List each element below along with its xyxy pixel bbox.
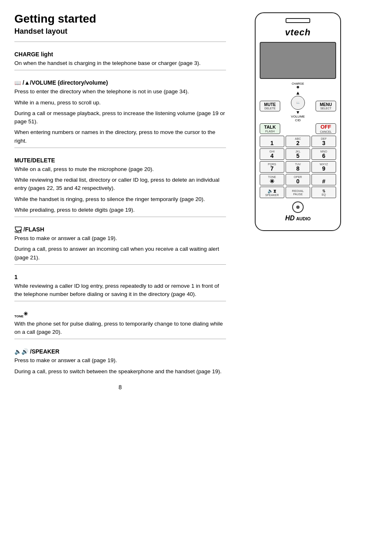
section-talk-flash: TALK /FLASH Press to make or answer a ca…	[14, 217, 226, 262]
key-0[interactable]: OPER 0	[286, 174, 310, 185]
charge-light-label: CHARGE light	[14, 51, 226, 58]
charge-light-text: On when the handset is charging in the t…	[14, 59, 226, 67]
section-mute-delete: MUTE/DELETE While on a call, press to mu…	[14, 148, 226, 214]
section-one: 1 While reviewing a caller ID log entry,…	[14, 264, 226, 299]
num-row-4: TONE ✳ OPER 0 #	[260, 174, 336, 185]
nav-down-arrow[interactable]: ▼	[296, 110, 300, 115]
page-number: 8	[14, 384, 226, 391]
page-title: Getting started	[14, 12, 226, 25]
talk-text-1: Press to make or answer a call (page 19)…	[14, 234, 226, 243]
directory-icon: 📖	[14, 80, 21, 86]
num-row-3: PQRS 7 TUV 8 WXYZ 9	[260, 161, 336, 173]
tone-star-icon: TONE✳	[14, 311, 28, 317]
phone-diagram: vtech CHARGE MUTE DELETE ▲ 📖 ▼	[238, 0, 357, 550]
key-8[interactable]: TUV 8	[286, 161, 310, 173]
audio-text: AUDIO	[296, 216, 311, 221]
content-area: Getting started Handset layout CHARGE li…	[0, 0, 238, 550]
cid-label-text: CID	[295, 118, 301, 122]
hd-audio-label: HD AUDIO	[260, 215, 336, 222]
talk-off-row: TALK FLASH OFF CANCEL	[260, 123, 336, 134]
speaker-circle	[292, 201, 304, 213]
phone-screen	[260, 42, 336, 79]
eq-icon: ⇅	[322, 189, 325, 193]
talk-flash-button[interactable]: TALK FLASH	[260, 123, 280, 134]
charge-label: CHARGE	[292, 82, 304, 85]
volume-label-text: VOLUME	[291, 115, 305, 118]
redial-pause-button[interactable]: REDIAL PAUSE	[286, 187, 310, 198]
talk-text-2: During a call, press to answer an incomi…	[14, 245, 226, 262]
speaker-icon: 🔈🔊	[14, 348, 28, 355]
one-label: 1	[14, 274, 226, 280]
mute-delete-label: MUTE/DELETE	[14, 157, 226, 164]
nav-row-top: MUTE DELETE ▲ 📖 ▼ VOLUME CID MENU SELECT	[260, 90, 336, 122]
key-9[interactable]: WXYZ 9	[311, 161, 336, 173]
tone-star-label: TONE✳	[14, 310, 226, 318]
mute-text-1: While on a call, press to mute the micro…	[14, 165, 226, 173]
numpad: 1 ABC 2 DEF 3 GHI 4 JKL 5	[260, 136, 336, 198]
key-6[interactable]: MNO 6	[311, 148, 336, 160]
section-volume: 📖 /▲/VOLUME (directory/volume) Press to …	[14, 70, 226, 145]
volume-text-1: Press to enter the directory when the te…	[14, 88, 226, 96]
talk-icon: TALK	[14, 226, 22, 233]
section-charge-light: CHARGE light On when the handset is char…	[14, 42, 226, 67]
menu-select-button[interactable]: MENU SELECT	[316, 101, 336, 111]
key-1[interactable]: 1	[260, 136, 284, 147]
nav-bottom-row: ▼	[296, 110, 300, 115]
phone-body: vtech CHARGE MUTE DELETE ▲ 📖 ▼	[255, 12, 341, 231]
hd-text: HD	[285, 215, 295, 222]
key-5[interactable]: JKL 5	[286, 148, 310, 160]
section-tone-star: TONE✳ With the phone set for pulse diali…	[14, 301, 226, 336]
mute-text-2: While reviewing the redial list, directo…	[14, 176, 226, 193]
key-4[interactable]: GHI 4	[260, 148, 284, 160]
key-3[interactable]: DEF 3	[311, 136, 336, 147]
nav-directory-icon: 📖	[296, 101, 300, 104]
tone-star-text: With the phone set for pulse dialing, pr…	[14, 320, 226, 337]
one-text: While reviewing a caller ID log entry, p…	[14, 282, 226, 299]
num-row-1: 1 ABC 2 DEF 3	[260, 136, 336, 147]
section-subtitle: Handset layout	[14, 27, 226, 36]
key-2[interactable]: ABC 2	[286, 136, 310, 147]
nav-cluster: ▲ 📖 ▼ VOLUME CID	[284, 90, 312, 122]
charge-area: CHARGE	[260, 82, 336, 88]
key-hash[interactable]: #	[311, 174, 336, 185]
speaker-label: 🔈🔊 /SPEAKER	[14, 348, 226, 355]
brand-name: vtech	[260, 27, 336, 38]
volume-text-3: During a call or message playback, press…	[14, 109, 226, 126]
grill-rect	[286, 18, 310, 23]
charge-dot	[297, 86, 299, 88]
speaker-text-1: Press to make or answer a call (page 19)…	[14, 356, 226, 365]
speaker-btn-icon: 🔈⧗	[267, 188, 277, 194]
nav-center-button[interactable]: 📖	[291, 96, 305, 110]
mute-delete-button[interactable]: MUTE DELETE	[260, 101, 280, 111]
phone-top-grill	[260, 18, 336, 23]
volume-text-2: While in a menu, press to scroll up.	[14, 99, 226, 107]
mute-text-4: While predialing, press to delete digits…	[14, 206, 226, 214]
volume-label: 📖 /▲/VOLUME (directory/volume)	[14, 79, 226, 86]
off-cancel-button[interactable]: OFF CANCEL	[316, 123, 336, 134]
section-speaker: 🔈🔊 /SPEAKER Press to make or answer a ca…	[14, 339, 226, 376]
key-7[interactable]: PQRS 7	[260, 161, 284, 173]
speaker-dot	[296, 206, 300, 209]
bottom-btn-row: 🔈⧗ SPEAKER REDIAL PAUSE ⇅ EQ	[260, 187, 336, 198]
eq-button[interactable]: ⇅ EQ	[311, 187, 336, 198]
num-row-2: GHI 4 JKL 5 MNO 6	[260, 148, 336, 160]
speaker-text-2: During a call, press to switch between t…	[14, 367, 226, 376]
bottom-speaker	[260, 201, 336, 213]
talk-flash-label: TALK /FLASH	[14, 226, 226, 233]
speaker-button[interactable]: 🔈⧗ SPEAKER	[260, 187, 284, 198]
mute-text-3: While the handset is ringing, press to s…	[14, 195, 226, 203]
key-star[interactable]: TONE ✳	[260, 174, 284, 185]
nav-up-arrow[interactable]: ▲	[295, 90, 300, 96]
volume-text-4: When entering numbers or names in the di…	[14, 128, 226, 145]
